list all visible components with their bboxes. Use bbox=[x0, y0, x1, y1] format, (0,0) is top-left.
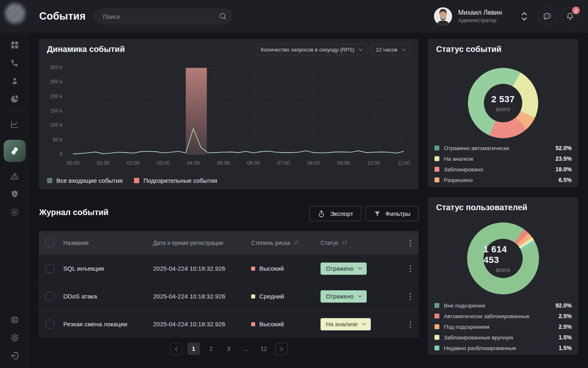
sidebar-item-calls[interactable] bbox=[10, 58, 20, 68]
legend-color-swatch bbox=[434, 146, 439, 150]
y-axis-tick: 150 k bbox=[41, 108, 62, 114]
sidebar-item-dashboard[interactable] bbox=[10, 40, 20, 50]
y-axis-tick: 250 k bbox=[41, 79, 62, 85]
notifications-button[interactable]: 2 bbox=[561, 7, 579, 25]
events-line-chart bbox=[67, 65, 409, 158]
messages-button[interactable] bbox=[538, 7, 556, 25]
chart-controls: Количество запросов в секунду (RPS) 12 ч… bbox=[256, 44, 410, 55]
sidebar-item-incidents[interactable] bbox=[10, 171, 20, 181]
legend-color-swatch bbox=[434, 335, 439, 340]
search-icon[interactable] bbox=[219, 12, 227, 20]
row-checkbox[interactable] bbox=[45, 320, 54, 329]
event-risk: Высокий bbox=[251, 321, 321, 328]
status-legend-item: Заблокированные вручную1.5% bbox=[434, 332, 572, 343]
legend-label: Автоматически заблокированные bbox=[444, 313, 559, 319]
status-dropdown[interactable]: Отражено bbox=[321, 290, 367, 303]
status-legend-item: Разрешено6.5% bbox=[434, 175, 572, 185]
pagination-next-button[interactable] bbox=[275, 343, 287, 355]
legend-color-swatch bbox=[434, 324, 439, 329]
y-axis-tick: 50 k bbox=[41, 137, 62, 143]
y-axis-tick: 300 k bbox=[41, 65, 62, 70]
legend-color-swatch bbox=[434, 177, 439, 182]
chevron-up-down-icon[interactable] bbox=[520, 11, 529, 22]
legend-label: Недавно разблокированные bbox=[444, 345, 559, 351]
filter-icon bbox=[374, 210, 381, 218]
sidebar-item-analytics[interactable] bbox=[10, 119, 20, 129]
row-checkbox[interactable] bbox=[45, 292, 54, 301]
legend-value: 23.5% bbox=[555, 155, 572, 162]
export-button[interactable]: Экспорт bbox=[309, 206, 361, 221]
x-axis-tick: 02:00 bbox=[121, 160, 145, 166]
pagination-page-12[interactable]: 12 bbox=[258, 343, 270, 355]
status-legend-item: На анализе23.5% bbox=[434, 153, 572, 164]
legend-value: 52.0% bbox=[555, 145, 572, 151]
sort-icon[interactable] bbox=[293, 240, 299, 245]
row-menu-button[interactable]: ⋮ bbox=[407, 292, 414, 300]
sidebar-item-settings[interactable] bbox=[10, 333, 20, 343]
table-row: Резкая смена локации2025-04-224 10:18:32… bbox=[39, 310, 419, 338]
events-status-title: Статус событий bbox=[436, 45, 501, 54]
legend-color-swatch bbox=[434, 346, 439, 350]
sidebar-item-events-active[interactable] bbox=[4, 140, 26, 162]
users-total-label: всего bbox=[496, 267, 510, 273]
x-axis-tick: 04:00 bbox=[181, 160, 205, 166]
user-avatar bbox=[434, 7, 452, 25]
pagination-page-3[interactable]: 3 bbox=[223, 343, 235, 355]
status-dropdown[interactable]: На анализе bbox=[321, 318, 371, 330]
logout-icon bbox=[10, 351, 20, 361]
pie-chart-icon bbox=[10, 94, 20, 104]
row-menu-button[interactable]: ⋮ bbox=[407, 320, 414, 328]
chart-legend-item: Все входящие события bbox=[47, 177, 122, 184]
select-all-checkbox[interactable] bbox=[45, 238, 54, 247]
legend-color-swatch bbox=[134, 178, 139, 183]
y-axis-tick: 200 k bbox=[41, 94, 62, 99]
pagination-ellipsis: ... bbox=[240, 343, 252, 355]
filters-button[interactable]: Фильтры bbox=[365, 206, 419, 221]
period-select[interactable]: 12 часов bbox=[370, 44, 410, 55]
sidebar-item-clients[interactable] bbox=[10, 76, 20, 86]
legend-color-swatch bbox=[434, 156, 439, 161]
legend-value: 2.5% bbox=[559, 313, 572, 319]
sort-icon[interactable] bbox=[342, 240, 347, 245]
legend-value: 6.5% bbox=[559, 177, 572, 183]
legend-value: 1.5% bbox=[559, 345, 572, 351]
events-total: 2 537 bbox=[491, 94, 515, 105]
user-profile-menu[interactable]: Михаил Левин Администратор bbox=[432, 6, 530, 27]
risk-color-swatch bbox=[251, 294, 255, 298]
sidebar-item-security[interactable] bbox=[10, 189, 20, 199]
donut-center: 1 614 453 всего bbox=[483, 239, 523, 278]
metric-select[interactable]: Количество запросов в секунду (RPS) bbox=[256, 44, 368, 55]
legend-label: Разрешено bbox=[444, 177, 559, 183]
row-menu-button[interactable]: ⋮ bbox=[407, 265, 414, 272]
event-risk: Средний bbox=[251, 293, 321, 300]
chat-icon bbox=[543, 12, 552, 21]
status-dropdown[interactable]: Отражено bbox=[321, 263, 367, 275]
topbar: События Михаил Левин Администратор bbox=[0, 0, 588, 33]
shield-icon bbox=[10, 189, 20, 199]
export-icon bbox=[317, 210, 325, 218]
chevron-left-icon bbox=[175, 347, 179, 351]
table-menu-button[interactable]: ⋮ bbox=[407, 239, 414, 247]
sidebar-item-support[interactable] bbox=[10, 315, 20, 325]
chevron-down-icon bbox=[402, 47, 406, 51]
x-axis-tick: 08:00 bbox=[301, 160, 326, 166]
pagination-page-2[interactable]: 2 bbox=[205, 343, 217, 355]
events-total-label: всего bbox=[496, 106, 510, 112]
users-total: 1 614 453 bbox=[483, 244, 523, 265]
risk-color-swatch bbox=[251, 322, 255, 326]
pagination-page-1[interactable]: 1 bbox=[187, 343, 200, 355]
sidebar-item-pie-stats[interactable] bbox=[10, 94, 20, 104]
search-input[interactable] bbox=[94, 8, 233, 25]
pagination-prev-button[interactable] bbox=[170, 343, 182, 355]
sidebar-item-logout[interactable] bbox=[10, 351, 20, 361]
status-legend-item: Заблокировано18.0% bbox=[434, 164, 572, 175]
sidebar-item-network[interactable] bbox=[10, 207, 20, 217]
events-chart-title: Динамика событий bbox=[47, 45, 125, 54]
row-checkbox[interactable] bbox=[45, 264, 54, 273]
legend-label: На анализе bbox=[444, 156, 555, 162]
app-logo[interactable] bbox=[5, 3, 25, 24]
events-status-donut: 2 537 всего bbox=[468, 68, 538, 138]
users-status-legend: Вне подозрения92.0%Автоматически заблоки… bbox=[434, 300, 572, 353]
dashboard-grid-icon bbox=[10, 40, 20, 50]
y-axis-tick: 0 bbox=[41, 151, 62, 157]
